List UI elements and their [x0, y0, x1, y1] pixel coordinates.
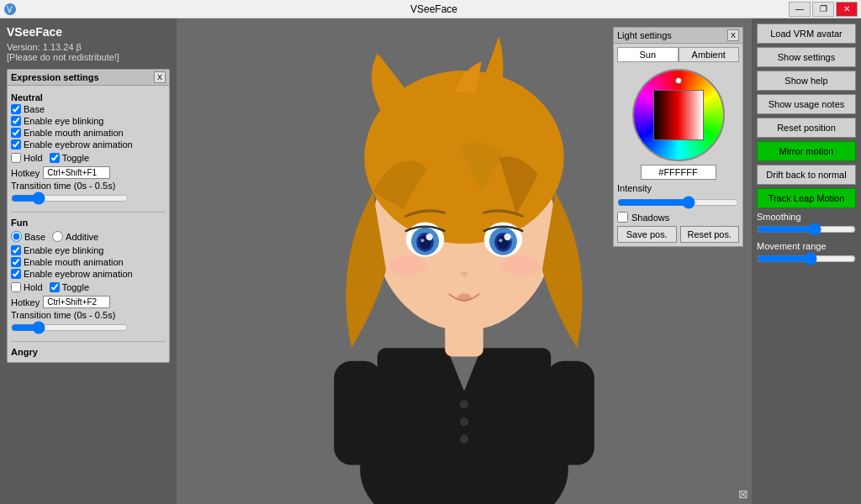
neutral-hold-checkbox[interactable] — [11, 153, 21, 163]
neutral-eyebrow-checkbox[interactable] — [11, 139, 21, 150]
movement-range-slider[interactable] — [757, 253, 856, 265]
light-panel-header: Light settings X — [614, 28, 742, 44]
neutral-transition-slider-container — [11, 192, 129, 207]
expression-panel-content: Neutral Base Enable eye blinking Enable … — [8, 86, 169, 362]
svg-point-25 — [499, 239, 502, 242]
color-wheel-inner — [653, 90, 704, 140]
fun-toggle-checkbox[interactable] — [50, 282, 60, 292]
smoothing-section: Smoothing — [757, 212, 856, 238]
neutral-mouth-checkbox[interactable] — [11, 128, 21, 138]
fun-mouth-checkbox[interactable] — [11, 257, 21, 267]
divider-1 — [11, 212, 166, 213]
tab-ambient[interactable]: Ambient — [679, 47, 740, 62]
save-pos-button[interactable]: Save pos. — [617, 226, 677, 243]
neutral-base-row: Base — [11, 104, 166, 114]
version-line1: Version: 1.13.24 β — [7, 42, 170, 52]
fun-type-row: Base Additive — [11, 229, 166, 244]
neutral-hold-toggle-row: Hold Toggle — [11, 151, 166, 165]
neutral-mouth-row: Enable mouth animation — [11, 128, 166, 138]
neutral-eyebrow-label: Enable eyebrow animation — [24, 139, 133, 150]
drift-back-button[interactable]: Drift back to normal — [757, 165, 856, 185]
fun-toggle-row: Toggle — [50, 282, 89, 292]
intensity-slider[interactable] — [617, 197, 739, 208]
fun-base-radio[interactable] — [11, 231, 22, 242]
fun-eyebrow-row: Enable eyebrow animation — [11, 269, 166, 279]
neutral-toggle-checkbox[interactable] — [50, 153, 60, 163]
svg-text:V: V — [7, 5, 13, 14]
svg-point-18 — [426, 234, 433, 240]
svg-point-19 — [420, 239, 424, 242]
svg-point-24 — [504, 234, 510, 240]
track-leap-motion-button[interactable]: Track Leap Motion — [757, 188, 856, 208]
fun-eye-blink-checkbox[interactable] — [11, 245, 21, 255]
titlebar-controls: — ❐ ✕ — [789, 2, 858, 17]
movement-range-section: Movement range — [757, 241, 856, 267]
svg-rect-31 — [547, 361, 594, 465]
light-settings-panel: Light settings X Sun Ambient Intensity — [613, 27, 743, 247]
version-line2: [Please do not redistribute!] — [7, 52, 170, 62]
color-picker-area: Intensity Shadows — [614, 66, 742, 226]
svg-point-28 — [388, 255, 426, 276]
maximize-button[interactable]: ❐ — [812, 2, 834, 17]
neutral-hotkey-value[interactable]: Ctrl+Shift+F1 — [43, 166, 110, 179]
load-vrm-button[interactable]: Load VRM avatar — [757, 24, 856, 44]
light-tabs: Sun Ambient — [617, 47, 739, 62]
fun-additive-label: Additive — [66, 232, 98, 242]
neutral-eye-blink-checkbox[interactable] — [11, 116, 21, 126]
fun-hold-toggle-row: Hold Toggle — [11, 281, 166, 294]
neutral-toggle-row: Toggle — [50, 153, 89, 163]
fun-mouth-row: Enable mouth animation — [11, 257, 166, 267]
left-panel: VSeeFace Version: 1.13.24 β [Please do n… — [0, 18, 177, 504]
fun-eyebrow-checkbox[interactable] — [11, 269, 21, 279]
color-hex-input[interactable] — [641, 165, 716, 180]
fun-hotkey-value[interactable]: Ctrl+Shift+F2 — [43, 296, 110, 308]
neutral-hold-row: Hold — [11, 153, 43, 163]
fun-hotkey-row: Hotkey Ctrl+Shift+F2 — [11, 296, 166, 308]
smoothing-slider[interactable] — [757, 223, 856, 235]
reset-pos-button[interactable]: Reset pos. — [680, 226, 740, 243]
center-area: Light settings X Sun Ambient Intensity — [177, 18, 752, 504]
shadows-checkbox[interactable] — [617, 212, 628, 223]
fun-hold-checkbox[interactable] — [11, 282, 21, 292]
bottom-right-icon: ⊠ — [738, 487, 748, 501]
neutral-base-checkbox[interactable] — [11, 104, 21, 114]
show-help-button[interactable]: Show help — [757, 71, 856, 91]
svg-point-8 — [460, 434, 468, 443]
titlebar-title: VSeeFace — [3, 3, 861, 15]
svg-point-29 — [501, 255, 539, 276]
fun-hold-label: Hold — [24, 282, 43, 292]
show-settings-button[interactable]: Show settings — [757, 47, 856, 67]
light-btn-row: Save pos. Reset pos. — [614, 226, 742, 246]
light-panel-close[interactable]: X — [727, 29, 739, 41]
neutral-transition-row: Transition time (0s - 0.5s) — [11, 181, 166, 191]
right-panel: Load VRM avatar Show settings Show help … — [752, 18, 861, 504]
close-button[interactable]: ✕ — [836, 2, 858, 17]
neutral-transition-slider[interactable] — [11, 192, 129, 204]
fun-transition-slider[interactable] — [11, 322, 129, 333]
expression-panel-title: Expression settings — [11, 72, 99, 82]
fun-eyebrow-label: Enable eyebrow animation — [24, 269, 133, 279]
color-wheel[interactable] — [632, 69, 725, 161]
svg-point-7 — [460, 417, 468, 426]
neutral-toggle-label: Toggle — [62, 153, 89, 163]
fun-transition-row: Transition time (0s - 0.5s) — [11, 310, 166, 320]
neutral-transition-label: Transition time (0s - 0.5s) — [11, 181, 115, 191]
titlebar: V VSeeFace — ❐ ✕ — [0, 0, 861, 18]
fun-transition-slider-container — [11, 322, 129, 336]
tab-sun[interactable]: Sun — [617, 47, 679, 62]
expression-panel: Expression settings X Neutral Base Enabl… — [7, 69, 170, 363]
show-usage-notes-button[interactable]: Show usage notes — [757, 94, 856, 114]
fun-toggle-label: Toggle — [62, 282, 89, 292]
app-version: Version: 1.13.24 β [Please do not redist… — [7, 42, 170, 62]
fun-hold-row: Hold — [11, 282, 43, 292]
expression-panel-close[interactable]: X — [154, 71, 166, 83]
color-wheel-indicator — [675, 77, 682, 84]
reset-position-button[interactable]: Reset position — [757, 118, 856, 138]
app-title: VSeeFace — [7, 25, 170, 39]
minimize-button[interactable]: — — [789, 2, 811, 17]
mirror-motion-button[interactable]: Mirror motion — [757, 141, 856, 161]
intensity-label: Intensity — [617, 183, 652, 193]
section-fun: Fun — [11, 218, 166, 228]
fun-base-label: Base — [24, 232, 45, 242]
fun-additive-radio[interactable] — [52, 231, 63, 242]
